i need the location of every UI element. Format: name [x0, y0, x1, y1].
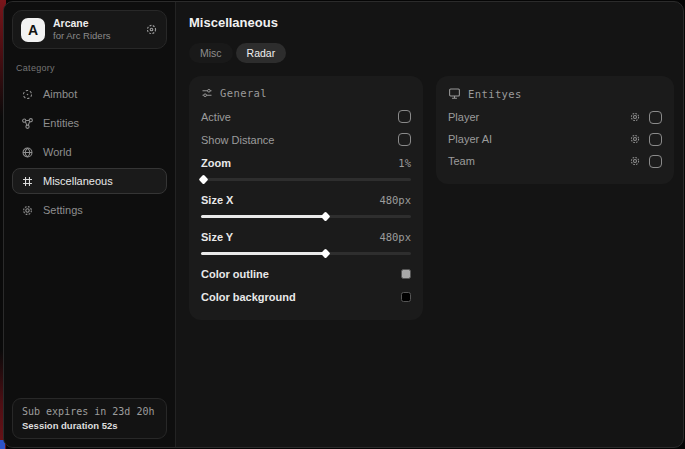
size-y-row: Size Y 480px	[201, 225, 411, 248]
player-label: Player	[448, 111, 629, 123]
color-outline-row: Color outline	[201, 262, 411, 285]
page-title: Miscellaneous	[189, 15, 674, 30]
player-ai-row: Player AI	[448, 128, 662, 150]
team-row: Team	[448, 150, 662, 172]
general-panel: General Active Show Distance Zoom 1%	[189, 76, 423, 320]
size-y-slider-handle[interactable]	[320, 248, 330, 258]
zoom-label: Zoom	[201, 157, 231, 169]
zoom-row: Zoom 1%	[201, 151, 411, 174]
zoom-value: 1%	[398, 157, 411, 169]
screen: A Arcane for Arc Riders Category	[0, 0, 685, 449]
sidebar-item-label: Entities	[43, 117, 79, 129]
panels: General Active Show Distance Zoom 1%	[189, 76, 674, 320]
size-y-slider-fill	[201, 252, 325, 255]
sidebar-item-aimbot[interactable]: Aimbot	[12, 81, 167, 107]
gear-icon[interactable]	[629, 133, 641, 145]
entities-panel-title: Entityes	[468, 88, 522, 100]
main-content: Miscellaneous Misc Radar General	[176, 2, 684, 447]
sidebar: A Arcane for Arc Riders Category	[4, 2, 176, 447]
sidebar-item-label: Aimbot	[43, 88, 77, 100]
player-checkbox[interactable]	[649, 111, 662, 124]
player-ai-checkbox[interactable]	[649, 133, 662, 146]
tab-bar: Misc Radar	[189, 43, 674, 63]
sidebar-item-label: Miscellaneous	[43, 175, 113, 187]
subscription-card: Sub expires in 23d 20h Session duration …	[12, 398, 167, 439]
entities-icon	[21, 117, 34, 130]
size-x-label: Size X	[201, 194, 233, 206]
sidebar-item-settings[interactable]: Settings	[12, 197, 167, 223]
app-window: A Arcane for Arc Riders Category	[3, 1, 684, 448]
player-ai-label: Player AI	[448, 133, 629, 145]
brand-subtitle: for Arc Riders	[53, 30, 137, 42]
sliders-icon	[201, 87, 213, 99]
brand-text: Arcane for Arc Riders	[53, 17, 137, 42]
sidebar-item-world[interactable]: World	[12, 139, 167, 165]
globe-icon	[21, 146, 34, 159]
entities-panel: Entityes Player Player AI	[436, 76, 674, 184]
general-panel-header: General	[201, 87, 411, 99]
size-y-label: Size Y	[201, 231, 233, 243]
color-background-row: Color background	[201, 285, 411, 308]
category-label: Category	[16, 63, 163, 73]
zoom-slider[interactable]	[201, 178, 411, 181]
size-x-slider-fill	[201, 215, 325, 218]
size-x-value: 480px	[379, 194, 411, 206]
general-panel-title: General	[220, 87, 267, 99]
tab-radar[interactable]: Radar	[236, 43, 287, 63]
gear-icon	[21, 204, 34, 217]
show-distance-checkbox[interactable]	[398, 133, 411, 146]
size-y-slider[interactable]	[201, 252, 411, 255]
sidebar-item-miscellaneous[interactable]: Miscellaneous	[12, 168, 167, 194]
brand-logo: A	[21, 18, 45, 42]
sub-expires-text: Sub expires in 23d 20h	[22, 406, 157, 417]
session-duration-text: Session duration 52s	[22, 420, 157, 431]
active-label: Active	[201, 111, 231, 123]
color-background-label: Color background	[201, 291, 296, 303]
brand-title: Arcane	[53, 17, 137, 30]
color-background-swatch[interactable]	[401, 292, 411, 302]
size-x-row: Size X 480px	[201, 188, 411, 211]
team-label: Team	[448, 155, 629, 167]
crosshair-icon	[21, 88, 34, 101]
brand-card: A Arcane for Arc Riders	[12, 10, 167, 49]
grid-icon	[21, 175, 34, 188]
size-x-slider[interactable]	[201, 215, 411, 218]
sidebar-item-label: World	[43, 146, 72, 158]
player-row: Player	[448, 106, 662, 128]
size-y-value: 480px	[379, 231, 411, 243]
tab-misc[interactable]: Misc	[189, 43, 233, 63]
show-distance-label: Show Distance	[201, 134, 274, 146]
sidebar-spacer	[12, 226, 167, 398]
gear-icon[interactable]	[145, 23, 158, 36]
size-x-slider-handle[interactable]	[320, 211, 330, 221]
color-outline-label: Color outline	[201, 268, 269, 280]
entities-panel-header: Entityes	[448, 87, 662, 100]
sidebar-item-label: Settings	[43, 204, 83, 216]
color-outline-swatch[interactable]	[401, 269, 411, 279]
active-row: Active	[201, 105, 411, 128]
sidebar-item-entities[interactable]: Entities	[12, 110, 167, 136]
monitor-icon	[448, 87, 461, 100]
zoom-slider-handle[interactable]	[199, 174, 209, 184]
gear-icon[interactable]	[629, 155, 641, 167]
active-checkbox[interactable]	[398, 110, 411, 123]
team-checkbox[interactable]	[649, 155, 662, 168]
show-distance-row: Show Distance	[201, 128, 411, 151]
gear-icon[interactable]	[629, 111, 641, 123]
